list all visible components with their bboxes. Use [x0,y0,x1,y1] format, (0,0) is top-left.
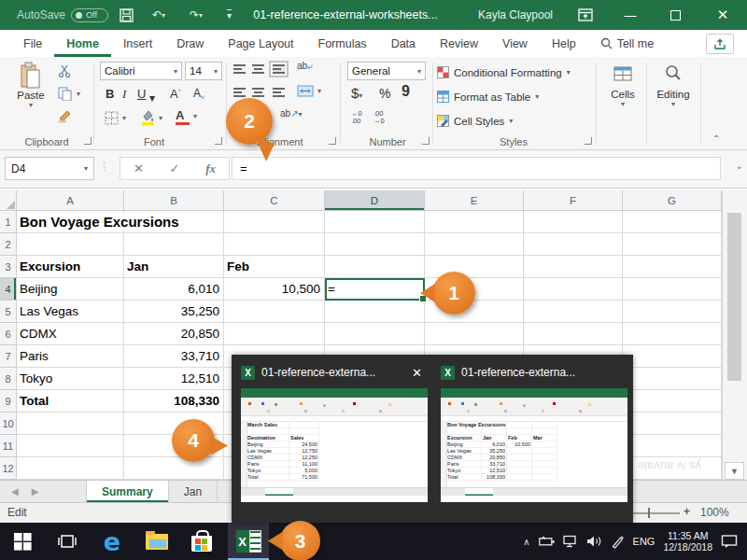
decrease-font-button[interactable]: A˅ [193,87,204,101]
align-right-button[interactable] [273,88,285,99]
cell-B12[interactable] [124,457,224,480]
fill-color-button[interactable]: ▾ [140,109,156,128]
cell-B2[interactable] [124,233,224,256]
wrap-text-button[interactable]: ab⤶ [297,61,313,72]
orientation-button[interactable]: ab↗▾ [280,108,303,119]
autosave-toggle[interactable]: AutoSave Off [17,0,108,30]
select-all-corner[interactable] [0,190,17,211]
file-explorer-button[interactable] [136,523,177,560]
cell-G9[interactable] [623,390,722,413]
cancel-button[interactable]: ✕ [134,161,144,175]
cell-F1[interactable] [524,211,623,233]
cell-B4[interactable]: 6,010 [124,278,224,301]
cell-B9[interactable]: 108,330 [124,390,224,413]
cell-A2[interactable] [17,233,124,256]
column-header-A[interactable]: A [17,190,124,211]
format-as-table-button[interactable]: Format as Table▾ [437,91,539,103]
percent-style-button[interactable]: % [379,86,390,101]
sheet-tab-summary[interactable]: Summary [86,481,169,502]
styles-dialog-launcher[interactable] [585,137,592,145]
cell-D5[interactable] [325,301,425,323]
cell-E2[interactable] [425,233,524,256]
hidden-icons-chevron-icon[interactable]: ∧ [523,537,529,547]
cell-A3[interactable]: Excursion [17,256,124,278]
task-view-button[interactable] [47,523,88,560]
cell-C3[interactable]: Feb [224,256,325,278]
network-icon[interactable] [563,535,578,548]
row-header-12[interactable]: 12 [0,457,17,480]
cell-A4[interactable]: Beijing [17,278,124,301]
middle-align-button[interactable] [252,64,264,76]
cell-G5[interactable] [623,301,722,323]
start-button[interactable] [2,523,43,560]
cell-G10[interactable] [623,413,722,435]
save-button[interactable] [120,0,134,30]
tab-file[interactable]: File [11,30,54,57]
cell-G1[interactable] [623,211,722,233]
battery-icon[interactable] [539,536,555,547]
share-button[interactable] [706,34,734,54]
cell-E3[interactable] [425,256,524,278]
underline-dropdown[interactable]: ▾ [149,91,155,105]
cell-A5[interactable]: Las Vegas [17,301,124,323]
cell-D6[interactable] [325,323,425,345]
conditional-formatting-button[interactable]: Conditional Formatting▾ [437,66,571,78]
merge-center-button[interactable]: ▾ [297,85,314,99]
cell-D3[interactable] [325,256,425,278]
row-header-1[interactable]: 1 [0,211,17,233]
font-dialog-launcher[interactable] [215,137,222,145]
cell-A12[interactable] [17,457,124,480]
row-header-3[interactable]: 3 [0,256,17,278]
font-color-button[interactable]: A▾ [176,108,190,125]
tab-data[interactable]: Data [379,30,428,57]
cell-B6[interactable]: 20,850 [124,323,224,345]
row-header-11[interactable]: 11 [0,435,17,457]
borders-button[interactable]: ▾ [105,111,119,127]
column-header-E[interactable]: E [425,190,524,211]
cell-C4[interactable]: 10,500 [224,278,325,301]
cell-D1[interactable] [325,211,425,233]
bottom-align-button[interactable] [273,64,285,76]
number-format-combo[interactable]: General▾ [347,62,426,80]
ribbon-display-options-button[interactable] [565,0,606,30]
cell-G4[interactable] [623,278,722,301]
cell-B7[interactable]: 33,710 [124,345,224,368]
preview-close-button[interactable]: ✕ [406,366,428,380]
cell-F4[interactable] [524,278,623,301]
cell-A8[interactable]: Tokyo [17,368,124,390]
autosave-switch[interactable]: Off [71,8,108,22]
tab-home[interactable]: Home [54,30,111,57]
cell-G6[interactable] [623,323,722,345]
tab-review[interactable]: Review [428,30,490,57]
window-thumbnail[interactable]: March SalesDestinationSalesBeijing24,500… [241,388,428,502]
tab-insert[interactable]: Insert [111,30,164,57]
minimize-button[interactable]: — [610,0,651,30]
row-header-6[interactable]: 6 [0,323,17,345]
zoom-in-button[interactable]: + [684,505,690,518]
decrease-decimal-button[interactable]: .00→0 [374,110,385,125]
column-header-B[interactable]: B [124,190,224,211]
alignment-dialog-launcher[interactable] [329,137,336,145]
column-header-C[interactable]: C [224,190,325,211]
taskbar-clock[interactable]: 11:35 AM 12/18/2018 [663,530,712,553]
action-center-icon[interactable] [721,534,738,549]
row-header-10[interactable]: 10 [0,413,17,435]
cell-G7[interactable] [623,345,722,368]
cell-C5[interactable] [224,301,325,323]
tab-draw[interactable]: Draw [164,30,216,57]
font-size-combo[interactable]: 14▾ [185,62,222,80]
store-button[interactable] [181,523,222,560]
editing-button[interactable]: Editing ▾ [652,64,695,108]
maximize-button[interactable] [655,0,696,30]
sheet-nav[interactable]: ◀▶ [0,481,86,502]
cell-F5[interactable] [524,301,623,323]
comma-style-button[interactable]: 9 [402,83,410,100]
cell-C2[interactable] [224,233,325,256]
cell-F2[interactable] [524,233,623,256]
column-header-G[interactable]: G [623,190,722,211]
formula-input[interactable]: = [232,157,721,180]
tab-help[interactable]: Help [540,30,588,57]
zoom-level[interactable]: 100% [700,506,729,519]
italic-button[interactable]: I [122,87,126,102]
clipboard-dialog-launcher[interactable] [84,137,92,145]
